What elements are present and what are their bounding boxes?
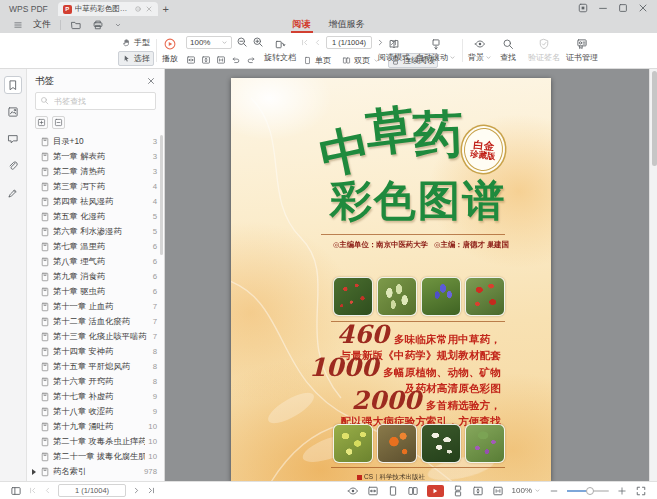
bookmark-page-number: 7 xyxy=(153,317,162,326)
bookmark-item[interactable]: 第十八章 收涩药9 xyxy=(32,404,162,419)
status-double-page-button[interactable] xyxy=(407,485,419,497)
zoom-slider[interactable] xyxy=(567,490,609,492)
bookmark-item[interactable]: 第十二章 活血化瘀药7 xyxy=(32,314,162,329)
play-button[interactable]: 播放 xyxy=(162,33,178,68)
main-area: 书签 目录+103第一章 解表药3第二章 清热药3第三章 泻下药4第四章 祛风湿… xyxy=(0,69,657,481)
bookmark-item[interactable]: 第十五章 平肝熄风药8 xyxy=(32,359,162,374)
status-play-button[interactable] xyxy=(427,485,444,497)
status-fit-page-button[interactable] xyxy=(472,485,484,497)
signature-panel-button[interactable] xyxy=(4,184,22,202)
bookmark-item[interactable]: 第二十一章 拔毒化腐生肌药10 xyxy=(32,449,162,464)
bookmark-search-input[interactable] xyxy=(35,92,156,110)
tab-close-icon[interactable] xyxy=(145,5,153,13)
bookmark-item[interactable]: 第六章 利水渗湿药5 xyxy=(32,224,162,239)
status-continuous-button[interactable] xyxy=(452,485,464,497)
status-zoom-dropdown[interactable]: 100% xyxy=(512,486,541,495)
bookmark-item[interactable]: 第十六章 开窍药8 xyxy=(32,374,162,389)
zoom-in-slider-button[interactable] xyxy=(617,486,627,496)
bookmark-list: 目录+103第一章 解表药3第二章 清热药3第三章 泻下药4第四章 祛风湿药4第… xyxy=(27,132,164,481)
status-fit-width-button[interactable] xyxy=(367,485,379,497)
minimize-button[interactable] xyxy=(596,1,609,14)
document-viewer[interactable]: 中草药 白金 珍藏版 彩色图谱 ◎主编单位：南京中医药大学 ◎主编：唐德才 巢建… xyxy=(165,69,657,481)
close-panel-button[interactable] xyxy=(146,76,156,88)
file-menu[interactable]: 文件 xyxy=(28,18,56,31)
bookmark-item[interactable]: 第八章 理气药6 xyxy=(32,254,162,269)
print-button[interactable] xyxy=(87,19,109,31)
bookmark-item[interactable]: 第三章 泻下药4 xyxy=(32,179,162,194)
bookmark-item[interactable]: 药名索引978 xyxy=(32,464,162,479)
bookmark-item[interactable]: 第四章 祛风湿药4 xyxy=(32,194,162,209)
certificate-manage-button[interactable]: 证书管理 xyxy=(566,33,598,68)
viewer-scrollbar[interactable] xyxy=(649,69,657,481)
bookmark-item[interactable]: 第十三章 化痰止咳平喘药7 xyxy=(32,329,162,344)
fit-page-button[interactable] xyxy=(201,55,211,65)
tab-value-services[interactable]: 增值服务 xyxy=(329,16,365,33)
bookmark-item[interactable]: 第十一章 止血药7 xyxy=(32,299,162,314)
bookmark-item[interactable]: 第九章 消食药6 xyxy=(32,269,162,284)
status-next-page-button[interactable] xyxy=(132,486,141,495)
find-button[interactable]: 查找 xyxy=(500,33,516,68)
actual-size-button[interactable] xyxy=(216,55,226,65)
verify-signature-button[interactable]: 验证签名 xyxy=(528,33,560,68)
undo-button[interactable] xyxy=(231,55,241,65)
fit-width-button[interactable] xyxy=(186,55,196,65)
rotate-document-button[interactable]: 旋转文档 xyxy=(264,33,296,68)
thumbnails-panel-button[interactable] xyxy=(4,103,22,121)
bookmark-item[interactable]: 第二章 清热药3 xyxy=(32,164,162,179)
auto-scroll-dropdown[interactable]: 自动滚动 xyxy=(416,33,456,68)
attachments-panel-button[interactable] xyxy=(4,157,22,175)
expand-all-button[interactable] xyxy=(35,116,48,129)
bookmark-item[interactable]: 第二十章 攻毒杀虫止痒药10 xyxy=(32,434,162,449)
single-page-button[interactable]: 单页 xyxy=(300,53,334,68)
viewer-scrollbar-thumb[interactable] xyxy=(652,71,657,166)
close-window-button[interactable] xyxy=(636,1,649,14)
tab-read[interactable]: 阅读 xyxy=(293,16,311,33)
fullscreen-button[interactable] xyxy=(635,485,647,497)
bookmark-item[interactable]: 目录+103 xyxy=(32,134,162,149)
boss-key-button[interactable] xyxy=(576,1,589,14)
hand-tool-button[interactable]: 手型 xyxy=(118,35,154,50)
pdf-page-cover[interactable]: 中草药 白金 珍藏版 彩色图谱 ◎主编单位：南京中医药大学 ◎主编：唐德才 巢建… xyxy=(231,78,551,481)
previous-page-button[interactable] xyxy=(313,38,322,47)
background-dropdown[interactable]: 背景 xyxy=(468,33,492,68)
select-tool-button[interactable]: 选择 xyxy=(118,51,154,66)
status-previous-page-button[interactable] xyxy=(43,486,52,495)
status-last-page-button[interactable] xyxy=(147,486,156,495)
status-first-page-button[interactable] xyxy=(28,486,37,495)
status-page-number-input[interactable]: 1 (1/1004) xyxy=(58,484,126,497)
bookmark-item[interactable]: 第七章 温里药6 xyxy=(32,239,162,254)
zoom-in-button[interactable] xyxy=(252,36,264,48)
eye-protection-button[interactable] xyxy=(347,485,359,497)
new-tab-button[interactable]: + xyxy=(158,3,174,16)
first-page-button[interactable] xyxy=(300,38,309,47)
redo-button[interactable] xyxy=(246,55,256,65)
bookmark-item[interactable]: 第五章 化湿药5 xyxy=(32,209,162,224)
zoom-level-dropdown[interactable]: 100% xyxy=(186,36,232,49)
zoom-out-button[interactable] xyxy=(236,36,248,48)
collapse-all-button[interactable] xyxy=(52,116,65,129)
bookmarks-panel-button[interactable] xyxy=(4,76,22,94)
bookmark-item[interactable]: 第一章 解表药3 xyxy=(32,149,162,164)
maximize-button[interactable] xyxy=(616,1,629,14)
bookmark-item[interactable]: 第十章 驱虫药6 xyxy=(32,284,162,299)
zoom-out-slider-button[interactable] xyxy=(549,486,559,496)
read-mode-button[interactable]: 阅读模式 xyxy=(378,33,410,68)
more-tools-dropdown[interactable] xyxy=(109,21,127,29)
sidebar-scrollbar-thumb[interactable] xyxy=(160,135,163,255)
expand-caret-icon[interactable] xyxy=(32,469,37,475)
bookmark-page-number: 7 xyxy=(153,302,162,311)
bookmark-item[interactable]: 第十七章 补虚药9 xyxy=(32,389,162,404)
document-tab[interactable]: P 中草药彩色图谱 白金珍藏版 xyxy=(58,2,158,16)
sidebar-toggle-icon[interactable] xyxy=(10,485,22,497)
main-menu-button[interactable] xyxy=(8,20,28,30)
open-file-button[interactable] xyxy=(65,19,87,31)
status-actual-size-button[interactable] xyxy=(492,485,504,497)
page-number-input[interactable]: 1 (1/1004) xyxy=(326,36,372,49)
zoom-slider-knob[interactable] xyxy=(586,487,594,495)
double-page-dropdown[interactable]: 双页 xyxy=(339,53,383,68)
bookmark-item[interactable]: 第十四章 安神药8 xyxy=(32,344,162,359)
bookmark-item[interactable]: 第十九章 涌吐药10 xyxy=(32,419,162,434)
tab-pin-icon[interactable] xyxy=(134,5,142,13)
status-single-page-button[interactable] xyxy=(387,485,399,497)
comments-panel-button[interactable] xyxy=(4,130,22,148)
